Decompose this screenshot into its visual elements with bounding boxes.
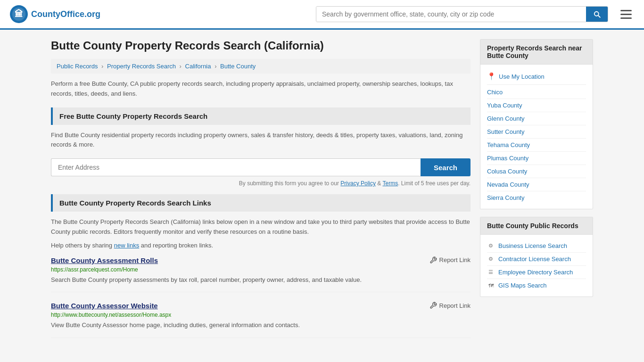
sidebar-link-chico[interactable]: Chico [487,86,586,99]
sidebar-link-sutter-county[interactable]: Sutter County [487,125,586,139]
address-search-input[interactable] [51,158,421,176]
hamburger-menu-button[interactable] [618,7,635,22]
new-links-link[interactable]: new links [114,242,139,249]
public-records-section-card: Butte County Public Records ⚙ Business L… [480,217,593,297]
sidebar: Property Records Search near Butte Count… [480,39,593,347]
resource-url: http://www.buttecounty.net/assessor/Home… [51,312,471,318]
hamburger-line [620,17,632,19]
resource-url: https://assr.parcelquest.com/Home [51,266,471,273]
public-records-section-body: ⚙ Business License Search ⚙ Contractor L… [480,235,593,296]
resource-description: View Butte County Assessor home page, in… [51,321,471,330]
site-header: 🏛 CountyOffice.org [0,0,644,30]
breadcrumb: Public Records › Property Records Search… [51,59,471,74]
report-link-button[interactable]: Report Link [429,302,471,309]
wrench-icon [429,256,437,264]
gear-icon: ⚙ [487,256,495,262]
resource-item-header: Butte County Assessor Website Report Lin… [51,302,471,310]
breadcrumb-link-california[interactable]: California [185,63,211,70]
form-disclaimer: By submitting this form you agree to our… [51,180,471,187]
global-search-button[interactable] [586,7,608,22]
logo-link[interactable]: 🏛 CountyOffice.org [9,5,100,24]
address-input-row: Search [51,158,471,176]
resource-description: Search Butte County property assessments… [51,275,471,285]
hamburger-line [620,14,632,15]
location-pin-icon: 📍 [487,72,496,81]
sidebar-link-tehama-county[interactable]: Tehama County [487,139,586,152]
main-content: Butte County Property Records Search (Ca… [51,39,471,347]
resource-item: Butte County Assessment Rolls Report Lin… [51,256,471,293]
free-search-description: Find Butte County residential property r… [51,131,471,150]
sidebar-link-glenn-county[interactable]: Glenn County [487,112,586,125]
sidebar-link-colusa-county[interactable]: Colusa County [487,165,586,178]
search-icon [593,10,601,18]
sidebar-link-nevada-county[interactable]: Nevada County [487,178,586,191]
address-search-button[interactable]: Search [421,158,471,176]
sidebar-link-gis-maps[interactable]: 🗺 GIS Maps Search [487,279,586,292]
sidebar-link-business-license[interactable]: ⚙ Business License Search [487,239,586,253]
breadcrumb-link-property-records-search[interactable]: Property Records Search [107,63,176,70]
page-title: Butte County Property Records Search (Ca… [51,39,471,52]
links-section-description: The Butte County Property Records Search… [51,217,471,237]
nearby-section-body: 📍 Use My Location Chico Yuba County Glen… [480,65,593,209]
address-search-form: Search By submitting this form you agree… [51,158,471,187]
nearby-section-card: Property Records Search near Butte Count… [480,39,593,209]
gear-icon: ⚙ [487,243,495,249]
breadcrumb-link-public-records[interactable]: Public Records [57,63,98,70]
sidebar-link-sierra-county[interactable]: Sierra County [487,191,586,204]
share-note: Help others by sharing new links and rep… [51,242,471,249]
wrench-icon [429,302,437,309]
nearby-section-header: Property Records Search near Butte Count… [480,40,593,65]
map-icon: 🗺 [487,283,495,288]
resource-title-link[interactable]: Butte County Assessor Website [51,302,158,310]
privacy-policy-link[interactable]: Privacy Policy [340,180,376,187]
public-records-section-header: Butte County Public Records [480,217,593,235]
resource-title-link[interactable]: Butte County Assessment Rolls [51,256,158,264]
report-link-button[interactable]: Report Link [429,256,471,264]
logo-text: CountyOffice.org [31,9,100,19]
terms-link[interactable]: Terms [382,180,398,187]
use-my-location-link[interactable]: 📍 Use My Location [487,69,586,85]
free-search-section-header: Free Butte County Property Records Searc… [51,107,471,125]
main-container: Butte County Property Records Search (Ca… [44,30,600,357]
links-section-header: Butte County Property Records Search Lin… [51,194,471,212]
svg-text:🏛: 🏛 [15,9,23,19]
sidebar-link-contractor-license[interactable]: ⚙ Contractor License Search [487,253,586,266]
resource-item-header: Butte County Assessment Rolls Report Lin… [51,256,471,264]
global-search-bar [316,6,608,22]
sidebar-link-plumas-county[interactable]: Plumas County [487,152,586,165]
resource-item: Butte County Assessor Website Report Lin… [51,302,471,338]
breadcrumb-link-butte-county[interactable]: Butte County [220,63,256,70]
global-search-input[interactable] [316,7,586,22]
logo-icon: 🏛 [9,5,28,24]
list-icon: ☰ [487,269,495,275]
page-description: Perform a free Butte County, CA public p… [51,79,471,99]
sidebar-link-yuba-county[interactable]: Yuba County [487,99,586,112]
hamburger-line [620,10,632,11]
sidebar-link-employee-directory[interactable]: ☰ Employee Directory Search [487,266,586,279]
